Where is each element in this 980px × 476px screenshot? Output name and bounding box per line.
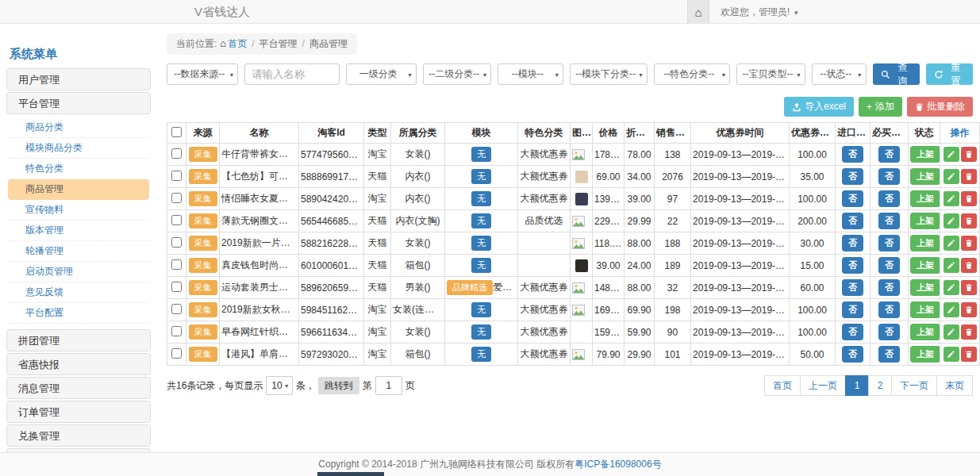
must-buy-toggle[interactable]: 否 [878,301,900,318]
edit-button[interactable] [943,147,959,162]
sidebar-subitem[interactable]: 商品管理 [8,179,149,200]
row-checkbox[interactable] [171,326,182,336]
must-buy-toggle[interactable]: 否 [878,168,900,185]
delete-button[interactable] [961,147,977,162]
row-checkbox[interactable] [171,348,182,359]
delete-button[interactable] [961,324,977,340]
import-select-toggle[interactable]: 否 [842,235,863,251]
status-select[interactable]: --状态--▼ [812,63,867,85]
edit-button[interactable] [943,191,959,206]
sidebar-subitem[interactable]: 宣传物料 [8,200,149,221]
feature-category-select[interactable]: --特色分类--▼ [654,63,730,85]
edit-button[interactable] [943,302,959,317]
per-page-select[interactable]: 10▼ [266,376,292,395]
sidebar-subitem[interactable]: 启动页管理 [8,262,149,282]
page-button-2[interactable]: 2 [868,375,892,396]
import-select-toggle[interactable]: 否 [842,346,863,363]
sidebar-subitem[interactable]: 轮播管理 [8,241,149,262]
batch-delete-button[interactable]: 批量删除 [907,97,973,117]
status-button[interactable]: 上架 [910,213,940,229]
add-button[interactable]: + 添加 [859,97,902,117]
row-checkbox[interactable] [171,171,182,181]
sidebar-subitem[interactable]: 模块商品分类 [8,138,149,159]
row-checkbox[interactable] [171,237,182,248]
edit-button[interactable] [943,258,959,273]
row-checkbox[interactable] [171,304,182,314]
last-page-button[interactable]: 末页 [936,375,973,396]
edit-button[interactable] [943,169,959,184]
select-all-checkbox[interactable] [171,127,182,137]
sidebar-subitem[interactable]: 特色分类 [8,159,149,179]
next-page-button[interactable]: 下一页 [891,375,937,396]
delete-button[interactable] [961,236,977,251]
status-button[interactable]: 上架 [910,324,940,340]
import-select-toggle[interactable]: 否 [842,213,863,229]
sidebar-item[interactable]: 拼团管理 [6,329,151,351]
status-button[interactable]: 上架 [910,346,940,363]
jump-button[interactable]: 跳转到 [318,377,359,394]
must-buy-toggle[interactable]: 否 [878,346,900,363]
sidebar-subitem[interactable]: 商品分类 [8,117,149,138]
delete-button[interactable] [961,169,977,184]
module-subcategory-select[interactable]: --模块下分类--▼ [570,63,648,85]
status-button[interactable]: 上架 [910,257,940,274]
status-button[interactable]: 上架 [910,190,940,207]
import-select-toggle[interactable]: 否 [842,279,863,296]
sidebar-item-0[interactable]: 用户管理 [6,68,151,90]
page-number-input[interactable] [375,376,402,395]
data-source-select[interactable]: --数据来源--▼ [167,63,238,85]
import-select-toggle[interactable]: 否 [842,146,863,163]
edit-button[interactable] [943,280,959,295]
module-select[interactable]: --模块--▼ [498,63,563,85]
sidebar-subitem[interactable]: 平台配置 [8,303,149,324]
import-select-toggle[interactable]: 否 [842,324,863,340]
sidebar-item[interactable]: 消息管理 [6,377,151,399]
status-button[interactable]: 上架 [910,235,940,251]
delete-button[interactable] [961,347,977,362]
edit-button[interactable] [943,347,959,362]
must-buy-toggle[interactable]: 否 [878,190,900,207]
icp-link[interactable]: 粤ICP备16098006号 [575,459,661,470]
must-buy-toggle[interactable]: 否 [878,279,900,296]
must-buy-toggle[interactable]: 否 [878,235,900,251]
edit-button[interactable] [943,324,959,340]
level2-category-select[interactable]: --二级分类--▼ [423,63,492,85]
page-button-1[interactable]: 1 [845,375,869,396]
edit-button[interactable] [943,236,959,251]
name-search-input[interactable] [244,63,340,85]
import-select-toggle[interactable]: 否 [842,301,863,318]
delete-button[interactable] [961,191,977,206]
must-buy-toggle[interactable]: 否 [878,146,900,163]
sidebar-item-1[interactable]: 平台管理 [6,92,151,114]
import-excel-button[interactable]: 导入excel [784,97,854,117]
import-select-toggle[interactable]: 否 [842,190,863,207]
status-button[interactable]: 上架 [910,301,940,318]
must-buy-toggle[interactable]: 否 [878,257,900,274]
row-checkbox[interactable] [171,148,182,159]
search-button[interactable]: 查询 [873,63,920,85]
edit-button[interactable] [943,213,959,228]
prev-page-button[interactable]: 上一页 [800,375,846,396]
status-button[interactable]: 上架 [910,279,940,296]
row-checkbox[interactable] [171,193,182,203]
sidebar-subitem[interactable]: 意见反馈 [8,282,149,303]
row-checkbox[interactable] [171,259,182,270]
item-type-select[interactable]: --宝贝类型--▼ [736,63,805,85]
must-buy-toggle[interactable]: 否 [878,213,900,229]
import-select-toggle[interactable]: 否 [842,168,863,185]
breadcrumb-home-link[interactable]: 首页 [228,38,247,49]
delete-button[interactable] [961,302,977,317]
home-button[interactable]: ⌂ [687,0,709,24]
delete-button[interactable] [961,280,977,295]
user-menu[interactable]: 欢迎您，管理员!▼ [709,0,810,24]
delete-button[interactable] [961,258,977,273]
reset-button[interactable]: 重置 [926,63,973,85]
sidebar-item[interactable]: 订单管理 [6,401,151,423]
sidebar-item[interactable]: 省惠快报 [6,353,151,375]
must-buy-toggle[interactable]: 否 [878,324,900,340]
delete-button[interactable] [961,213,977,228]
import-select-toggle[interactable]: 否 [842,257,863,274]
row-checkbox[interactable] [171,282,182,292]
sidebar-subitem[interactable]: 版本管理 [8,221,149,241]
status-button[interactable]: 上架 [910,146,940,163]
